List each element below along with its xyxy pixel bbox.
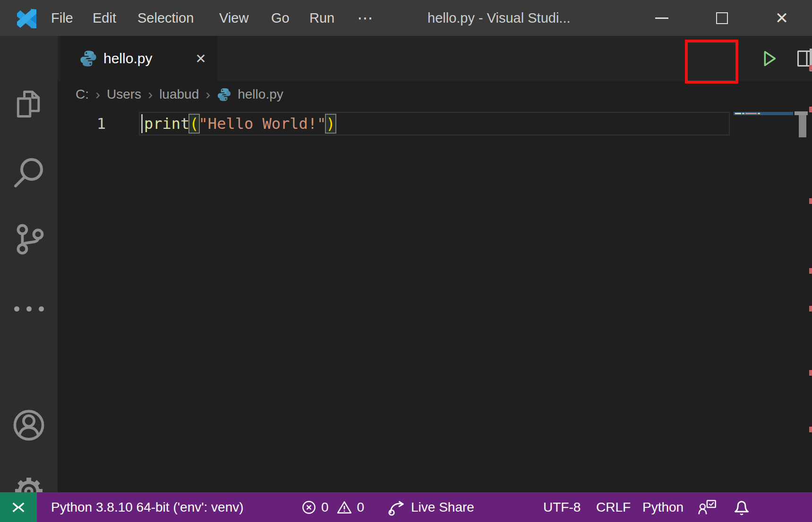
encoding-label: UTF-8 bbox=[543, 500, 581, 515]
minimap-code-line bbox=[742, 113, 744, 114]
window-title: hello.py - Visual Studi... bbox=[427, 0, 571, 36]
overview-ruler-mark bbox=[809, 306, 812, 312]
code-token-open-paren: ( bbox=[189, 115, 198, 133]
minimap-code-line bbox=[735, 113, 741, 114]
run-icon bbox=[758, 48, 780, 69]
tab-label: hello.py bbox=[103, 51, 152, 67]
feedback-button[interactable] bbox=[698, 492, 717, 522]
breadcrumb-users[interactable]: Users bbox=[107, 87, 141, 102]
tab-hello-py[interactable]: hello.py ✕ bbox=[60, 36, 217, 81]
remote-indicator[interactable] bbox=[0, 492, 37, 522]
encoding-selector[interactable]: UTF-8 bbox=[543, 492, 581, 522]
minimap-code-line bbox=[758, 113, 760, 114]
notifications-button[interactable] bbox=[733, 492, 750, 522]
overview-ruler-mark bbox=[809, 268, 812, 274]
code-token-close-paren: ) bbox=[326, 115, 335, 133]
sidebar-item-search[interactable] bbox=[0, 155, 58, 191]
tab-close-icon[interactable]: ✕ bbox=[189, 36, 213, 81]
eol-label: CRLF bbox=[596, 500, 631, 515]
bell-icon bbox=[733, 499, 750, 516]
maximize-icon bbox=[716, 12, 728, 24]
vscode-logo-icon bbox=[15, 7, 38, 30]
editor-content[interactable]: C: › Users › luabud › hello.py 1 print("… bbox=[58, 81, 812, 492]
minimap[interactable] bbox=[734, 112, 793, 115]
error-count: 0 bbox=[321, 500, 329, 515]
run-file-button[interactable] bbox=[756, 36, 782, 81]
sidebar-item-source-control[interactable] bbox=[0, 221, 58, 257]
annotation-highlight-rectangle bbox=[685, 40, 738, 84]
overview-ruler-mark bbox=[809, 107, 812, 112]
code-token-function: print bbox=[144, 115, 189, 133]
vscode-window: File Edit Selection View Go Run ⋯ hello.… bbox=[0, 0, 812, 522]
menu-file[interactable]: File bbox=[51, 0, 73, 36]
title-bar: File Edit Selection View Go Run ⋯ hello.… bbox=[0, 0, 812, 36]
error-icon bbox=[301, 500, 316, 515]
code-line[interactable]: print("Hello World!") bbox=[144, 112, 335, 135]
language-selector[interactable]: Python bbox=[642, 492, 684, 522]
chevron-right-icon: › bbox=[205, 86, 211, 102]
menu-go[interactable]: Go bbox=[271, 0, 290, 36]
breadcrumb-filename[interactable]: hello.py bbox=[238, 87, 283, 102]
eol-selector[interactable]: CRLF bbox=[596, 492, 631, 522]
warning-count: 0 bbox=[357, 500, 365, 515]
menu-run[interactable]: Run bbox=[309, 0, 334, 36]
menu-view[interactable]: View bbox=[219, 0, 248, 36]
close-icon: ✕ bbox=[775, 10, 789, 26]
minimize-icon bbox=[655, 17, 668, 19]
status-bar: Python 3.8.10 64-bit ('env': venv) 0 0 bbox=[0, 492, 812, 522]
sidebar-item-more[interactable] bbox=[0, 291, 58, 327]
sidebar-item-explorer[interactable] bbox=[0, 86, 58, 122]
scrollbar-slider[interactable] bbox=[799, 115, 806, 137]
live-share-label: Live Share bbox=[411, 500, 474, 515]
git-branch-icon bbox=[12, 222, 45, 255]
activity-bar bbox=[0, 36, 58, 492]
language-label: Python bbox=[642, 500, 684, 515]
breadcrumb-luabud[interactable]: luabud bbox=[159, 87, 199, 102]
python-interpreter-label: Python 3.8.10 64-bit ('env': venv) bbox=[51, 500, 244, 515]
code-token-string: "Hello World!" bbox=[199, 115, 326, 133]
account-button[interactable] bbox=[0, 407, 58, 443]
account-icon bbox=[12, 408, 46, 442]
more-menus-icon[interactable]: ⋯ bbox=[357, 0, 373, 36]
overview-ruler-mark bbox=[809, 370, 812, 376]
line-number: 1 bbox=[77, 112, 106, 135]
breadcrumb-drive[interactable]: C: bbox=[76, 87, 89, 102]
search-icon bbox=[12, 156, 46, 190]
python-interpreter-selector[interactable]: Python 3.8.10 64-bit ('env': venv) bbox=[51, 492, 244, 522]
python-file-icon bbox=[79, 50, 97, 67]
menu-edit[interactable]: Edit bbox=[93, 0, 116, 36]
menu-selection[interactable]: Selection bbox=[137, 0, 194, 36]
text-cursor bbox=[141, 114, 143, 133]
warning-icon bbox=[336, 500, 352, 515]
maximize-button[interactable] bbox=[711, 0, 733, 36]
remote-icon bbox=[10, 499, 26, 515]
problems-indicator[interactable]: 0 0 bbox=[301, 492, 364, 522]
chevron-right-icon: › bbox=[147, 86, 153, 102]
overview-ruler-mark bbox=[809, 65, 812, 71]
python-file-icon bbox=[217, 87, 231, 102]
chevron-right-icon: › bbox=[95, 86, 101, 102]
overview-ruler-mark bbox=[809, 427, 812, 432]
overview-ruler-mark bbox=[809, 198, 812, 204]
live-share-button[interactable]: Live Share bbox=[387, 492, 474, 522]
close-button[interactable]: ✕ bbox=[771, 0, 793, 36]
live-share-icon bbox=[387, 498, 406, 516]
files-icon bbox=[13, 88, 45, 120]
minimize-button[interactable] bbox=[651, 0, 673, 36]
ellipsis-icon bbox=[14, 306, 44, 312]
scrollbar-slider[interactable] bbox=[795, 111, 808, 115]
breadcrumb: C: › Users › luabud › hello.py bbox=[76, 81, 283, 108]
minimap-code-line bbox=[745, 113, 757, 114]
feedback-icon bbox=[698, 499, 717, 515]
